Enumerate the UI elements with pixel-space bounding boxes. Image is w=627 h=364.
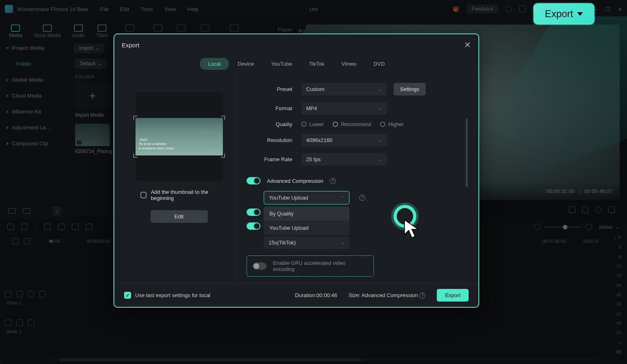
- preset-select[interactable]: Custom⌄: [301, 83, 387, 95]
- resolution-label: Resolution: [256, 137, 301, 143]
- add-thumbnail-checkbox[interactable]: [140, 192, 147, 198]
- tab-dvd[interactable]: DVD: [365, 58, 393, 70]
- quality-lower-radio[interactable]: Lower: [301, 121, 324, 127]
- help-icon[interactable]: ?: [330, 178, 336, 184]
- chevron-down-icon: [577, 12, 583, 16]
- tab-vimeo[interactable]: Vimeo: [333, 58, 365, 70]
- modal-title: Export: [122, 42, 139, 49]
- export-callout-label: Export: [545, 8, 573, 20]
- export-tabs: Local Device YouTube TikTok Vimeo DVD: [114, 55, 478, 75]
- format-select[interactable]: MP4⌄: [301, 102, 387, 115]
- format-label: Format: [256, 105, 301, 111]
- compression-dropdown: By Quality YouTube Upload: [264, 206, 349, 235]
- export-button[interactable]: Export: [437, 289, 469, 302]
- quality-recommend-radio[interactable]: Recommend: [333, 121, 371, 127]
- add-thumbnail-label: Add the thumbnail to the beginning: [151, 189, 229, 201]
- dropdown-option-by-quality[interactable]: By Quality: [264, 206, 349, 221]
- resolution-select[interactable]: 4096x2160⌄: [301, 134, 387, 146]
- settings-button[interactable]: Settings: [394, 83, 426, 95]
- duration-info: Duration:00:00:46: [295, 292, 337, 298]
- quality-higher-radio[interactable]: Higher: [380, 121, 404, 127]
- thumbnail-preview: -2024- Try to be a rainbow in someone el…: [136, 93, 223, 181]
- quality-label: Quality: [256, 121, 301, 127]
- use-last-settings-checkbox[interactable]: [124, 292, 131, 299]
- compression-mode-select[interactable]: YouTube Upload⌃: [264, 191, 349, 204]
- tab-tiktok[interactable]: TikTok: [301, 58, 332, 70]
- use-last-settings-label: Use last export settings for local: [135, 292, 210, 298]
- export-modal: Export ✕ Local Device YouTube TikTok Vim…: [113, 33, 479, 308]
- help-icon[interactable]: ?: [359, 195, 365, 201]
- unknown-toggle-1[interactable]: [247, 209, 260, 216]
- close-icon[interactable]: ✕: [464, 40, 471, 50]
- tiktok-duration-select[interactable]: 15s(TikTok)⌄: [264, 236, 349, 249]
- tab-youtube[interactable]: YouTube: [263, 58, 300, 70]
- help-icon[interactable]: ?: [419, 293, 425, 299]
- gpu-toggle[interactable]: [253, 262, 267, 270]
- framerate-select[interactable]: 25 fps⌄: [301, 153, 387, 166]
- tab-local[interactable]: Local: [200, 58, 229, 70]
- framerate-label: Frame Rate: [256, 156, 301, 162]
- preset-label: Preset: [256, 86, 301, 92]
- cursor-icon: [403, 219, 420, 242]
- edit-button[interactable]: Edit: [151, 210, 208, 223]
- gpu-label: Enable GPU accelerated video encoding: [273, 260, 368, 272]
- gpu-encoding-box: Enable GPU accelerated video encoding: [247, 255, 374, 277]
- scrollbar[interactable]: [466, 119, 468, 187]
- export-callout-button[interactable]: Export: [534, 3, 594, 24]
- unknown-toggle-2[interactable]: [247, 222, 260, 230]
- tab-device[interactable]: Device: [230, 58, 262, 70]
- dropdown-option-youtube-upload[interactable]: YouTube Upload: [264, 221, 349, 235]
- size-info: Size: Advanced Compression ?: [349, 292, 425, 299]
- advanced-compression-label: Advanced Compression: [267, 178, 323, 184]
- advanced-compression-toggle[interactable]: [247, 177, 260, 184]
